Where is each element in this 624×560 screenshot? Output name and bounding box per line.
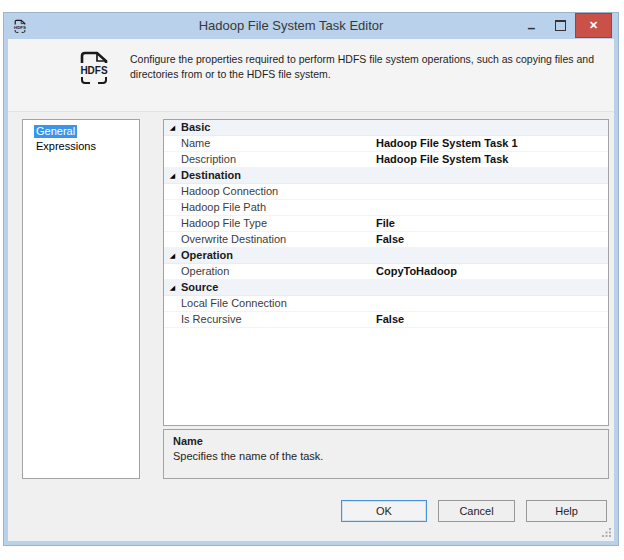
gutter — [164, 152, 181, 167]
property-value[interactable] — [376, 296, 608, 311]
footer-buttons: OK Cancel Help — [341, 500, 607, 522]
dialog-content: HDFS Configure the properties required t… — [8, 39, 614, 541]
gutter — [164, 216, 181, 231]
property-label: Local File Connection — [181, 296, 376, 311]
gutter — [164, 312, 181, 327]
collapse-expander-icon[interactable]: ◢ — [170, 248, 175, 263]
collapse-expander-icon[interactable]: ◢ — [170, 120, 175, 135]
gutter — [164, 264, 181, 279]
header-banner: HDFS Configure the properties required t… — [8, 39, 614, 112]
titlebar: HDFS Hadoop File System Task Editor – ✕ — [4, 13, 618, 39]
window-title: Hadoop File System Task Editor — [64, 13, 518, 39]
property-value[interactable] — [376, 184, 608, 199]
collapse-expander-icon[interactable]: ◢ — [170, 280, 175, 295]
hdfs-app-icon: HDFS — [12, 18, 28, 34]
category-label: Basic — [181, 120, 210, 135]
maximize-button[interactable] — [546, 13, 575, 38]
property-label: Hadoop Connection — [181, 184, 376, 199]
window-controls: – ✕ — [517, 13, 612, 38]
category-row-source[interactable]: ◢ Source — [164, 280, 608, 296]
resize-grip[interactable] — [602, 528, 611, 537]
help-button[interactable]: Help — [526, 500, 607, 522]
property-label: Hadoop File Path — [181, 200, 376, 215]
gutter — [164, 184, 181, 199]
gutter: ◢ — [164, 248, 181, 263]
maximize-icon — [555, 20, 566, 31]
svg-text:HDFS: HDFS — [80, 65, 108, 76]
category-row-operation[interactable]: ◢ Operation — [164, 248, 608, 264]
property-label: Description — [181, 152, 376, 167]
property-row-hadoop-connection[interactable]: Hadoop Connection — [164, 184, 608, 200]
property-value[interactable]: False — [376, 312, 608, 327]
page-list: General Expressions — [22, 119, 140, 479]
property-description-panel: Name Specifies the name of the task. — [163, 429, 609, 479]
selected-property-description: Specifies the name of the task. — [173, 450, 599, 462]
property-row-operation[interactable]: Operation CopyToHadoop — [164, 264, 608, 280]
gutter: ◢ — [164, 168, 181, 183]
property-row-is-recursive[interactable]: Is Recursive False — [164, 312, 608, 328]
property-value[interactable]: CopyToHadoop — [376, 264, 608, 279]
property-row-local-file-connection[interactable]: Local File Connection — [164, 296, 608, 312]
property-row-description[interactable]: Description Hadoop File System Task — [164, 152, 608, 168]
property-value[interactable]: File — [376, 216, 608, 231]
banner-description: Configure the properties required to per… — [130, 52, 614, 82]
sidebar-item-expressions[interactable]: Expressions — [23, 139, 139, 154]
property-value[interactable]: Hadoop File System Task — [376, 152, 608, 167]
property-row-overwrite-destination[interactable]: Overwrite Destination False — [164, 232, 608, 248]
minimize-icon: – — [528, 20, 536, 36]
property-row-name[interactable]: Name Hadoop File System Task 1 — [164, 136, 608, 152]
property-value[interactable]: False — [376, 232, 608, 247]
gutter — [164, 200, 181, 215]
property-value[interactable] — [376, 200, 608, 215]
category-label: Destination — [181, 168, 241, 183]
property-value[interactable]: Hadoop File System Task 1 — [376, 136, 608, 151]
gutter — [164, 136, 181, 151]
minimize-button[interactable]: – — [517, 13, 546, 38]
svg-text:HDFS: HDFS — [14, 25, 26, 30]
property-label: Overwrite Destination — [181, 232, 376, 247]
dialog-window: HDFS Hadoop File System Task Editor – ✕ … — [3, 12, 619, 546]
hdfs-banner-icon: HDFS — [74, 49, 114, 85]
sidebar-item-label: Expressions — [34, 140, 98, 153]
collapse-expander-icon[interactable]: ◢ — [170, 168, 175, 183]
property-row-hadoop-file-path[interactable]: Hadoop File Path — [164, 200, 608, 216]
gutter — [164, 232, 181, 247]
gutter: ◢ — [164, 280, 181, 295]
selected-property-name: Name — [173, 435, 599, 447]
property-label: Operation — [181, 264, 376, 279]
cancel-button[interactable]: Cancel — [438, 500, 515, 522]
property-label: Name — [181, 136, 376, 151]
ok-button[interactable]: OK — [341, 500, 427, 522]
property-label: Is Recursive — [181, 312, 376, 327]
category-label: Operation — [181, 248, 233, 263]
sidebar-item-general[interactable]: General — [23, 124, 139, 139]
property-label: Hadoop File Type — [181, 216, 376, 231]
property-row-hadoop-file-type[interactable]: Hadoop File Type File — [164, 216, 608, 232]
sidebar-item-label: General — [34, 125, 77, 138]
category-label: Source — [181, 280, 218, 295]
gutter: ◢ — [164, 120, 181, 135]
close-button[interactable]: ✕ — [575, 13, 612, 38]
gutter — [164, 296, 181, 311]
close-icon: ✕ — [589, 19, 598, 32]
property-grid: ◢ Basic Name Hadoop File System Task 1 D… — [163, 119, 609, 426]
category-row-basic[interactable]: ◢ Basic — [164, 120, 608, 136]
category-row-destination[interactable]: ◢ Destination — [164, 168, 608, 184]
